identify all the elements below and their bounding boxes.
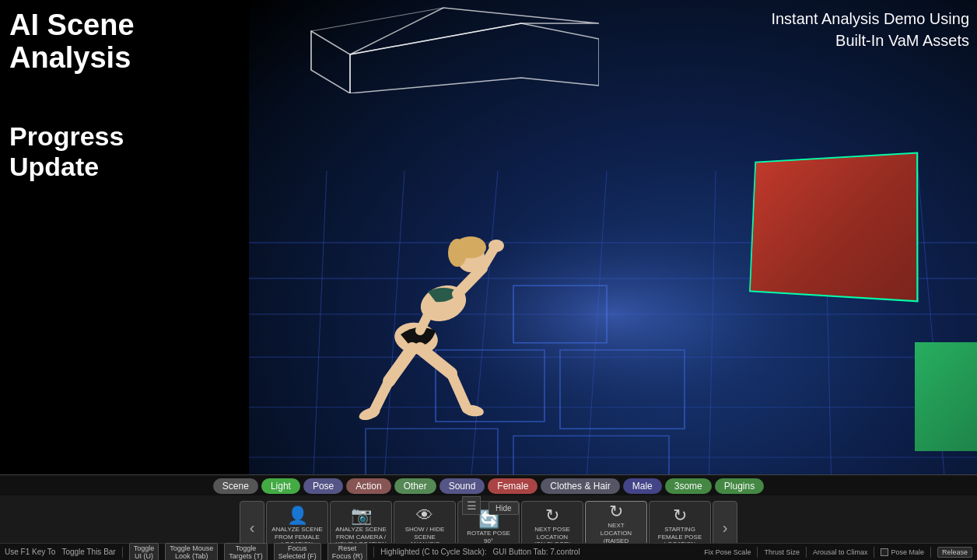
wireframe-box [303, 0, 599, 86]
svg-marker-2 [311, 31, 350, 93]
thrust-size-label: Thrust Size [764, 548, 800, 556]
separator-1 [122, 547, 123, 558]
tab-threesome[interactable]: 3some [665, 478, 712, 494]
red-box [749, 152, 918, 302]
svg-marker-0 [350, 23, 599, 93]
analyze-scene-female-icon: 👤 [287, 507, 308, 524]
svg-line-3 [311, 8, 443, 31]
tab-action[interactable]: Action [346, 478, 390, 494]
next-pose-floor-icon: ↻ [545, 507, 559, 524]
scene-viewport: AI Scene Analysis Progress Update Instan… [0, 0, 977, 560]
svg-line-36 [451, 373, 467, 408]
subtitle-line1: Progress [9, 121, 124, 151]
tab-scene[interactable]: Scene [213, 478, 258, 494]
main-title: AI Scene Analysis [9, 9, 135, 75]
show-hide-icon: 👁 [416, 507, 433, 524]
tab-other[interactable]: Other [394, 478, 436, 494]
toggle-mouse-button[interactable]: Toggle MouseLook (Tab) [165, 543, 218, 561]
fix-pose-scale-label: Fix Pose Scale [704, 548, 751, 556]
progress-update-label: Progress Update [9, 121, 135, 182]
pose-male-item: Pose Male [881, 548, 924, 556]
focus-selected-button[interactable]: FocusSelected (F) [274, 543, 321, 561]
arousal-climax-label: Arousal to Climax [813, 548, 868, 556]
highlighted-info: Highlighted (C to Cycle Stack): [380, 548, 486, 556]
svg-point-31 [488, 240, 504, 252]
character-figure [358, 202, 513, 420]
tab-female[interactable]: Female [488, 478, 538, 494]
separator-2 [373, 547, 374, 558]
scene-canvas [249, 0, 977, 544]
focus-selected-item: FocusSelected (F) [274, 543, 321, 561]
title-line1: AI Scene [9, 9, 135, 41]
status-bar: Use F1 Key To Toggle This Bar ToggleUI (… [0, 543, 977, 560]
toggle-targets-button[interactable]: ToggleTargets (T) [224, 543, 268, 561]
toggle-ui-button[interactable]: ToggleUI (U) [129, 543, 159, 561]
svg-line-33 [389, 348, 412, 381]
tab-clothes-hair[interactable]: Clothes & Hair [541, 478, 619, 494]
separator-6 [930, 547, 931, 558]
separator-3 [757, 547, 758, 558]
toggle-ui-item: ToggleUI (U) [129, 543, 159, 561]
toggle-this-bar-label: Toggle This Bar [61, 548, 115, 556]
analyze-scene-camera-icon: 📷 [351, 507, 372, 524]
starting-female-pose-icon: ↻ [673, 507, 687, 524]
green-box [915, 342, 977, 451]
title-line2: Analysis [9, 41, 131, 74]
hide-button[interactable]: Hide [488, 502, 519, 515]
subtitle-line2: Update [9, 152, 99, 181]
reset-focus-button[interactable]: ResetFocus (R) [327, 543, 368, 561]
tab-plugins[interactable]: Plugins [715, 478, 764, 494]
toggle-targets-item: ToggleTargets (T) [224, 543, 268, 561]
svg-point-26 [448, 239, 467, 267]
f1-key-label: Use F1 Key To [5, 548, 55, 556]
separator-5 [874, 547, 874, 558]
tab-light[interactable]: Light [261, 478, 300, 494]
top-right-line2: Built-In VaM Assets [771, 30, 969, 51]
pose-male-checkbox[interactable] [881, 548, 888, 556]
separator-4 [806, 547, 807, 558]
svg-line-34 [420, 348, 451, 373]
next-location-raised-icon: ↻ [609, 503, 623, 520]
tab-sound[interactable]: Sound [439, 478, 485, 494]
reset-focus-item: ResetFocus (R) [327, 543, 368, 561]
category-tabs-container: Scene Light Pose Action Other Sound Fema… [0, 475, 977, 495]
toggle-mouse-item: Toggle MouseLook (Tab) [165, 543, 218, 561]
f1-key-hint: Use F1 Key To [5, 548, 55, 556]
tab-male[interactable]: Male [623, 478, 662, 494]
top-right-line1: Instant Analysis Demo Using [771, 8, 969, 30]
title-overlay: AI Scene Analysis Progress Update [9, 9, 135, 182]
release-button[interactable]: Release [937, 547, 972, 558]
gui-info: GUI Button Tab: 7.control [493, 548, 580, 556]
svg-line-35 [373, 381, 389, 412]
settings-icon-button[interactable]: ☰ [462, 496, 481, 515]
top-right-info: Instant Analysis Demo Using Built-In VaM… [771, 8, 969, 51]
tab-pose[interactable]: Pose [303, 478, 343, 494]
